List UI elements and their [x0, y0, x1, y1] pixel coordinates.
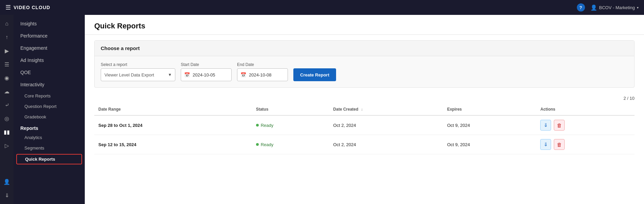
row2-expires: Oct 9, 2024 — [443, 135, 536, 154]
delete-button[interactable]: 🗑 — [554, 120, 565, 131]
row1-status: Ready — [252, 115, 329, 135]
end-date-group: End Date 📅 — [237, 62, 288, 81]
nav-core-reports[interactable]: Core Reports — [14, 91, 85, 101]
nav-interactivity[interactable]: Interactivity — [14, 78, 85, 91]
upload-icon[interactable]: ↑ — [1, 31, 13, 43]
nav-qoe[interactable]: QOE — [14, 66, 85, 78]
table-body: Sep 28 to Oct 1, 2024 Ready Oct 2, 2024 … — [94, 115, 635, 154]
col-status: Status — [252, 104, 329, 115]
reports-table: Date Range Status Date Created ↓ Expires — [94, 104, 635, 154]
report-section-body: Select a report Viewer Level Data Export… — [95, 56, 634, 87]
cloud-icon[interactable]: ☁ — [1, 85, 13, 97]
select-report-wrapper: Viewer Level Data Export ▼ — [101, 68, 175, 81]
app-logo: VIDEO CLOUD — [14, 5, 50, 10]
row1-expires: Oct 9, 2024 — [443, 115, 536, 135]
help-button[interactable]: ? — [577, 3, 585, 12]
row1-actions: ⇓ 🗑 — [536, 115, 635, 135]
page-title: Quick Reports — [94, 22, 635, 30]
share-icon[interactable]: ⤶ — [1, 99, 13, 111]
sort-icon: ↓ — [361, 107, 363, 112]
nav-gradebook[interactable]: Gradebook — [14, 112, 85, 122]
top-nav-right: ? 👤 BCOV - Marketing ▾ — [577, 3, 639, 12]
select-report-group: Select a report Viewer Level Data Export… — [101, 62, 175, 81]
home-icon[interactable]: ⌂ — [1, 18, 13, 30]
main-layout: ⌂ ↑ ▶ ☰ ◉ ☁ ⤶ ◎ ▮▮ ▷ 👤 ⇓ Insights Perfor… — [0, 15, 644, 204]
action-buttons: ⇓ 🗑 — [540, 139, 630, 150]
row2-date-range: Sep 12 to 15, 2024 — [94, 135, 252, 154]
user-menu[interactable]: 👤 BCOV - Marketing ▾ — [590, 4, 639, 11]
start-date-label: Start Date — [181, 62, 232, 67]
end-date-label: End Date — [237, 62, 288, 67]
nav-engagement[interactable]: Engagement — [14, 42, 85, 54]
main-content: Quick Reports Choose a report Select a r… — [85, 15, 644, 204]
row1-date-created: Oct 2, 2024 — [329, 115, 443, 135]
col-expires: Expires — [443, 104, 536, 115]
app-name: VIDEO CLOUD — [14, 5, 50, 10]
row1-date-range: Sep 28 to Oct 1, 2024 — [94, 115, 252, 135]
select-report-dropdown[interactable]: Viewer Level Data Export — [101, 68, 175, 81]
top-nav: ☰ VIDEO CLOUD ? 👤 BCOV - Marketing ▾ — [0, 0, 644, 15]
delete-button[interactable]: 🗑 — [554, 139, 565, 150]
playlist-icon[interactable]: ☰ — [1, 58, 13, 70]
end-date-input[interactable] — [237, 68, 288, 81]
start-date-group: Start Date 📅 — [181, 62, 232, 81]
col-actions: Actions — [536, 104, 635, 115]
live-icon[interactable]: ◉ — [1, 72, 13, 84]
nav-performance[interactable]: Performance — [14, 30, 85, 42]
table-area: 2 / 10 Date Range Status Date Created ↓ — [94, 93, 635, 154]
download-button[interactable]: ⇓ — [540, 139, 551, 150]
download-button[interactable]: ⇓ — [540, 120, 551, 131]
page-header: Quick Reports — [85, 15, 644, 35]
select-report-label: Select a report — [101, 62, 175, 67]
table-row: Sep 28 to Oct 1, 2024 Ready Oct 2, 2024 … — [94, 115, 635, 135]
hamburger-icon[interactable]: ☰ — [5, 4, 11, 11]
chevron-down-icon: ▾ — [637, 6, 639, 9]
nav-insights[interactable]: Insights — [14, 18, 85, 30]
nav-question-report[interactable]: Question Report — [14, 101, 85, 112]
user-label: BCOV - Marketing — [599, 5, 635, 10]
action-buttons: ⇓ 🗑 — [540, 120, 630, 131]
icon-sidebar: ⌂ ↑ ▶ ☰ ◉ ☁ ⤶ ◎ ▮▮ ▷ 👤 ⇓ — [0, 15, 14, 204]
play-circle-icon[interactable]: ▷ — [1, 139, 13, 152]
analytics-icon[interactable]: ▮▮ — [1, 126, 13, 138]
nav-quick-reports[interactable]: Quick Reports — [16, 154, 82, 164]
table-header: Date Range Status Date Created ↓ Expires — [94, 104, 635, 115]
col-date-range: Date Range — [94, 104, 252, 115]
report-section: Choose a report Select a report Viewer L… — [94, 40, 635, 88]
down-arrow-icon[interactable]: ⇓ — [1, 189, 13, 201]
status-badge: Ready — [256, 123, 274, 128]
nav-segments[interactable]: Segments — [14, 143, 85, 153]
row2-status: Ready — [252, 135, 329, 154]
create-report-button[interactable]: Create Report — [293, 68, 336, 81]
target-icon[interactable]: ◎ — [1, 112, 13, 124]
left-nav: Insights Performance Engagement Ad Insig… — [14, 15, 85, 204]
start-date-input[interactable] — [181, 68, 232, 81]
nav-analytics[interactable]: Analytics — [14, 132, 85, 143]
status-dot — [256, 143, 259, 146]
row2-date-created: Oct 2, 2024 — [329, 135, 443, 154]
report-section-header: Choose a report — [95, 41, 634, 56]
status-badge: Ready — [256, 142, 274, 147]
user-icon: 👤 — [590, 4, 597, 11]
nav-ad-insights[interactable]: Ad Insights — [14, 54, 85, 66]
pagination-info: 2 / 10 — [94, 93, 635, 104]
row2-actions: ⇓ 🗑 — [536, 135, 635, 154]
end-date-wrapper: 📅 — [237, 68, 288, 81]
users-icon[interactable]: 👤 — [1, 176, 13, 188]
table-row: Sep 12 to 15, 2024 Ready Oct 2, 2024 Oct… — [94, 135, 635, 154]
nav-reports-group: Reports — [14, 122, 85, 132]
status-dot — [256, 124, 259, 127]
col-date-created[interactable]: Date Created ↓ — [329, 104, 443, 115]
start-date-wrapper: 📅 — [181, 68, 232, 81]
video-icon[interactable]: ▶ — [1, 45, 13, 57]
